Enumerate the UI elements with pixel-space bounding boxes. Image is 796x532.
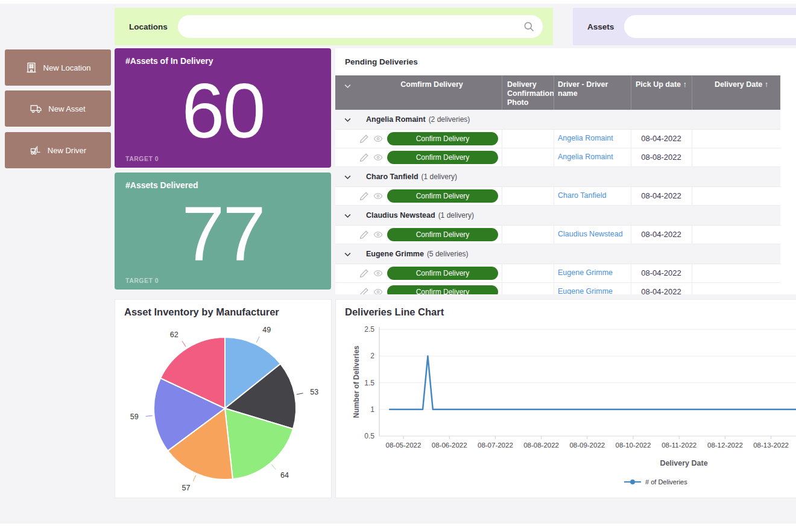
group-chevron-icon[interactable] [343, 173, 352, 182]
group-delivery-count: (1 delivery) [422, 173, 457, 181]
driver-link[interactable]: Eugene Grimme [558, 268, 629, 277]
column-divider [502, 226, 502, 244]
col-confirm-delivery[interactable]: Comfirm Delivery [362, 80, 502, 89]
col-delivery-date[interactable]: Delivery Date ↑ [692, 80, 774, 89]
column-divider [502, 130, 502, 148]
column-divider [554, 130, 554, 148]
group-delivery-count: (2 deliveries) [429, 115, 470, 124]
table-row: Confirm DeliveryAngelia Romaint08-04-202… [335, 130, 780, 148]
col-confirmation-photo[interactable]: Delivery Confirmation Photo [507, 80, 557, 107]
view-icon[interactable] [373, 268, 383, 278]
pie-slice-label: 59 [130, 413, 139, 421]
edit-icon[interactable] [359, 191, 369, 201]
pie-label-connector [182, 341, 186, 347]
column-divider [502, 148, 502, 166]
driver-group-row: Eugene Grimme(5 deliveries) [335, 244, 780, 264]
confirm-delivery-button[interactable]: Confirm Delivery [387, 132, 498, 145]
assets-filter-panel: Assets [573, 8, 796, 45]
new-location-button[interactable]: New Location [5, 49, 111, 86]
col-pickup-date[interactable]: Pick Up date ↑ [636, 80, 691, 89]
edit-icon[interactable] [359, 153, 369, 162]
truck-icon [30, 103, 42, 115]
pending-deliveries-title: Pending Deliveries [345, 57, 418, 66]
group-chevron-icon[interactable] [343, 250, 352, 259]
kpi-in-delivery-value: 60 [115, 48, 331, 168]
group-driver-name: Angelia Romaint [366, 115, 426, 124]
confirm-delivery-button[interactable]: Confirm Delivery [387, 151, 498, 164]
column-divider [692, 187, 692, 205]
pickup-date-cell: 08-04-2022 [631, 191, 692, 200]
confirm-delivery-button[interactable]: Confirm Delivery [387, 285, 498, 294]
view-icon[interactable] [373, 191, 383, 201]
column-divider [631, 226, 631, 244]
table-row: Confirm DeliveryEugene Grimme08-04-2022 [335, 283, 780, 294]
new-driver-button[interactable]: New Driver [5, 132, 111, 168]
driver-group-row: Charo Tanfield(1 delivery) [335, 167, 780, 187]
edit-icon[interactable] [359, 287, 369, 294]
column-divider [692, 264, 692, 282]
column-divider [554, 148, 554, 166]
legend-label: # of Deliveries [645, 478, 687, 486]
y-tick-label: 0.5 [364, 432, 374, 440]
driver-link[interactable]: Angelia Romaint [558, 153, 629, 161]
search-icon[interactable] [523, 21, 535, 33]
group-delivery-count: (1 delivery) [438, 211, 474, 220]
edit-icon[interactable] [359, 268, 369, 278]
col-driver-name[interactable]: Driver - Driver name [558, 80, 629, 98]
kpi-in-delivery-title: #Assets of In Delivery [125, 56, 213, 66]
x-tick-label: 08-10-2022 [616, 442, 651, 449]
driver-group-row: Claudius Newstead(1 delivery) [335, 206, 780, 226]
edit-icon[interactable] [359, 230, 369, 239]
column-divider [631, 187, 631, 205]
driver-group-row: Angelia Romaint(2 deliveries) [335, 110, 780, 130]
pie-chart-panel: Asset Inventory by Manufacturer 49536457… [115, 299, 332, 498]
kpi-in-delivery-target: TARGET 0 [125, 155, 159, 162]
locations-search [178, 15, 543, 38]
x-tick-label: 08-07-2022 [478, 442, 513, 449]
driver-link[interactable]: Claudius Newstead [558, 230, 629, 238]
pickup-date-cell: 08-04-2022 [631, 134, 692, 143]
pickup-date-cell: 08-04-2022 [631, 230, 692, 239]
view-icon[interactable] [373, 134, 383, 144]
confirm-delivery-button[interactable]: Confirm Delivery [387, 267, 498, 280]
column-divider [631, 130, 631, 148]
line-chart-title: Deliveries Line Chart [345, 306, 444, 318]
group-chevron-icon[interactable] [343, 211, 352, 220]
pie-chart[interactable]: 495364575962 [115, 317, 332, 498]
table-row: Confirm DeliveryCharo Tanfield08-04-2022 [335, 187, 780, 206]
group-chevron-icon[interactable] [343, 115, 352, 124]
new-driver-label: New Driver [48, 146, 86, 155]
confirm-delivery-button[interactable]: Confirm Delivery [387, 228, 498, 241]
confirm-delivery-button[interactable]: Confirm Delivery [387, 189, 498, 203]
kpi-delivered-title: #Assets Delivered [125, 180, 198, 190]
table-row: Confirm DeliveryAngelia Romaint08-08-202… [335, 148, 780, 167]
chart-legend[interactable]: # of Deliveries [624, 478, 687, 486]
table-row: Confirm DeliveryClaudius Newstead08-04-2… [335, 226, 780, 244]
new-asset-label: New Asset [48, 104, 85, 113]
line-chart[interactable]: 0.511.522.508-05-202208-06-202208-07-202… [336, 300, 796, 475]
collapse-all-chevron-icon[interactable] [343, 81, 352, 90]
pie-slice-label: 57 [182, 484, 191, 492]
column-divider [692, 148, 692, 166]
x-tick-label: 08-09-2022 [569, 442, 605, 449]
edit-icon[interactable] [359, 134, 369, 144]
view-icon[interactable] [373, 230, 383, 239]
view-icon[interactable] [373, 287, 383, 294]
driver-link[interactable]: Charo Tanfield [558, 191, 629, 200]
y-tick-label: 2.5 [364, 325, 374, 334]
x-tick-label: 08-05-2022 [386, 442, 422, 449]
column-divider [554, 283, 554, 294]
view-icon[interactable] [373, 153, 383, 162]
assets-search-input[interactable] [624, 15, 796, 38]
pending-deliveries-panel: Pending Deliveries Comfirm Delivery Deli… [335, 48, 796, 294]
assets-search [624, 15, 796, 38]
pie-slice-label: 62 [170, 331, 178, 339]
column-divider [692, 226, 692, 244]
locations-search-input[interactable] [178, 15, 543, 38]
column-divider [502, 264, 502, 282]
pie-label-connector [297, 393, 303, 394]
new-asset-button[interactable]: New Asset [5, 90, 111, 127]
driver-link[interactable]: Angelia Romaint [558, 134, 629, 142]
driver-link[interactable]: Eugene Grimme [558, 287, 629, 294]
legend-line-marker-icon [624, 479, 641, 485]
